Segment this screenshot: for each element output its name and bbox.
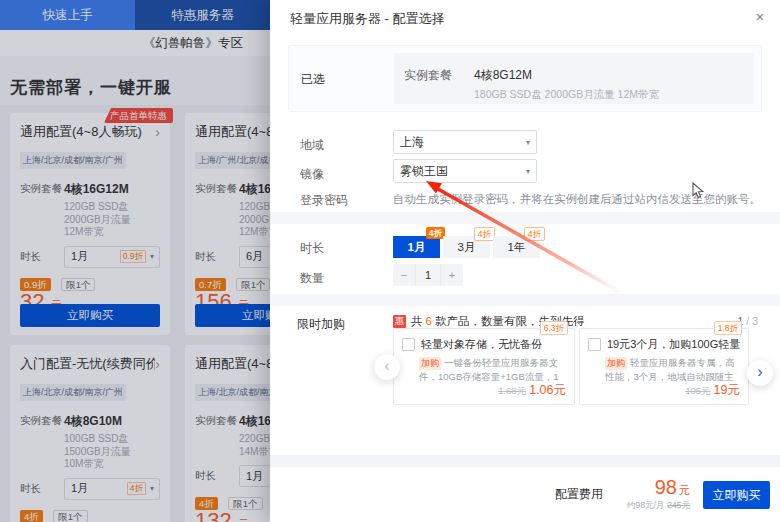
fee-label: 配置费用	[555, 486, 603, 503]
spec-label: 实例套餐	[404, 67, 452, 84]
password-label: 登录密码	[300, 192, 348, 209]
addon-title: 轻量对象存储，无忧备份	[421, 337, 542, 352]
image-select[interactable]: 雾锁王国 ▾	[393, 159, 537, 183]
addon-tag: 加购	[419, 357, 441, 370]
new-price: 19元	[714, 383, 740, 397]
addon-checkbox[interactable]	[402, 338, 415, 351]
addon-label: 限时加购	[297, 316, 345, 333]
promo-icon: 惠	[393, 315, 406, 328]
modal-title: 轻量应用服务器 - 配置选择	[290, 0, 445, 38]
selected-panel: 实例套餐 4核8G12M 180GB SSD盘 2000GB月流量 12M带宽	[394, 53, 754, 104]
addon-price: 1.68元1.06元	[498, 382, 566, 399]
fee-unit: 元	[679, 484, 690, 496]
old-price: 105元	[685, 385, 710, 396]
duration-option-3month[interactable]: 3月 4折	[443, 236, 490, 258]
modal-footer: 配置费用 98元 约98元/月245元 立即购买	[270, 467, 780, 522]
duration-option-label: 1年	[508, 241, 526, 253]
chevron-left-icon[interactable]: ‹	[374, 354, 400, 380]
addon-price: 105元19元	[685, 382, 740, 399]
discount-badge: 1.8折	[714, 321, 742, 335]
new-price: 1.06元	[529, 383, 566, 397]
buy-now-button[interactable]: 立即购买	[703, 481, 770, 509]
addon-desc: 加购轻量应用服务器专属，高性能，3个月，地域自动跟随主商品	[580, 352, 748, 383]
addon-tag: 加购	[605, 357, 627, 370]
discount-badge: 6.3折	[540, 321, 568, 335]
discount-badge: 4折	[524, 227, 545, 241]
selected-label: 已选	[301, 71, 325, 88]
old-price: 1.68元	[498, 385, 526, 396]
duration-option-1month[interactable]: 1月 4折	[393, 236, 440, 258]
caret-down-icon: ▾	[526, 138, 530, 147]
page-total: 3	[752, 315, 758, 327]
promo-count: 6	[426, 315, 432, 327]
region-label: 地域	[300, 137, 324, 154]
selected-summary: 已选 实例套餐 4核8G12M 180GB SSD盘 2000GB月流量 12M…	[288, 45, 762, 112]
minus-icon[interactable]: −	[393, 264, 415, 286]
addon-checkbox[interactable]	[588, 338, 601, 351]
discount-badge: 4折	[474, 227, 495, 241]
plus-icon[interactable]: +	[441, 264, 463, 286]
duration-options: 1月 4折 3月 4折 1年 4折	[393, 236, 540, 258]
password-desc: 自动生成实例登录密码，并将在实例创建后通过站内信发送至您的账号。	[393, 192, 773, 207]
duration-label: 时长	[300, 240, 324, 257]
quantity-value: 1	[415, 264, 441, 286]
addon-card: 1.8折 19元3个月，加购100G轻量云硬盘 加购轻量应用服务器专属，高性能，…	[579, 328, 749, 405]
spec-value: 4核8G12M	[474, 67, 532, 84]
image-label: 镜像	[300, 166, 324, 183]
fee-subline: 约98元/月245元	[627, 500, 690, 512]
fee-block: 98元 约98元/月245元	[627, 477, 690, 512]
region-value: 上海	[400, 134, 526, 151]
quantity-stepper: − 1 +	[393, 264, 463, 286]
section-divider	[270, 294, 780, 306]
caret-down-icon: ▾	[526, 167, 530, 176]
addon-desc: 加购一键备份轻量应用服务器文件，10GB存储容量+1GB流量，1个月，中国大陆通…	[394, 352, 574, 383]
fee-monthly: 约98元/月	[627, 500, 664, 510]
config-modal: 轻量应用服务器 - 配置选择 × 已选 实例套餐 4核8G12M 180GB S…	[270, 0, 780, 522]
close-icon[interactable]: ×	[748, 5, 772, 29]
spec-desc: 180GB SSD盘 2000GB月流量 12M带宽	[474, 88, 659, 102]
section-divider	[270, 212, 780, 224]
addon-title: 19元3个月，加购100G轻量云硬盘	[607, 337, 740, 352]
promo-pre: 共	[411, 315, 423, 327]
addon-card: 6.3折 轻量对象存储，无忧备份 加购一键备份轻量应用服务器文件，10GB存储容…	[393, 328, 575, 405]
chevron-right-icon[interactable]: ›	[747, 360, 773, 386]
duration-option-label: 3月	[458, 241, 476, 253]
footer-divider	[270, 455, 780, 467]
quantity-label: 数量	[300, 270, 324, 287]
fee-old-price: 245元	[667, 500, 690, 510]
image-value: 雾锁王国	[400, 163, 526, 180]
region-select[interactable]: 上海 ▾	[393, 130, 537, 154]
duration-option-label: 1月	[408, 241, 426, 253]
fee-amount: 98	[655, 476, 677, 498]
duration-option-1year[interactable]: 1年 4折	[493, 236, 540, 258]
screen: 快速上手 特惠服务器 《幻兽帕鲁》专区 无需部署，一键开服 产品首单特惠 通用配…	[0, 0, 780, 522]
